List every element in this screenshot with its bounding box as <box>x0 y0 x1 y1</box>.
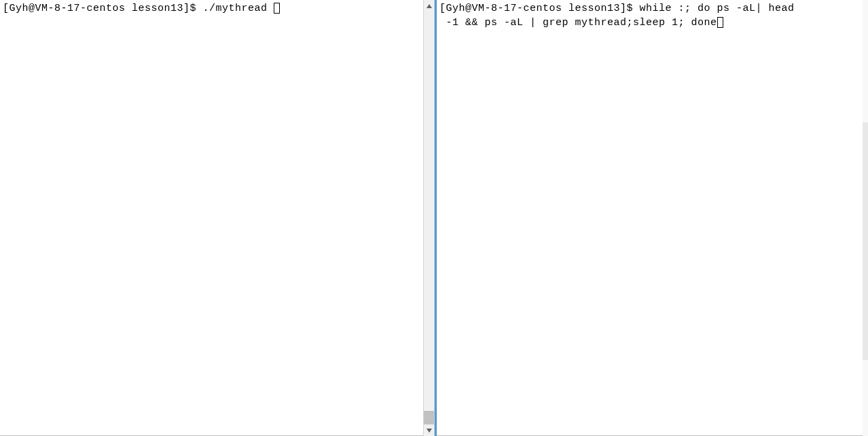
scrollbar-left-pane[interactable] <box>423 0 435 436</box>
cursor-right <box>717 17 723 28</box>
command-left: ./mythread <box>203 3 274 14</box>
terminal-pane-right[interactable]: [Gyh@VM-8-17-centos lesson13]$ while :; … <box>437 0 863 436</box>
scrollbar-right-pane[interactable] <box>863 0 868 436</box>
prompt-left: [Gyh@VM-8-17-centos lesson13]$ <box>3 3 203 14</box>
prompt-right: [Gyh@VM-8-17-centos lesson13]$ <box>439 3 640 14</box>
scroll-down-button[interactable] <box>424 424 434 436</box>
cursor-left <box>274 3 280 14</box>
chevron-up-icon <box>427 4 432 8</box>
scrollbar-thumb[interactable] <box>424 411 434 424</box>
terminal-pane-left[interactable]: [Gyh@VM-8-17-centos lesson13]$ ./mythrea… <box>0 0 423 436</box>
terminal-content-left[interactable]: [Gyh@VM-8-17-centos lesson13]$ ./mythrea… <box>0 0 423 17</box>
chevron-down-icon <box>427 429 432 433</box>
scroll-up-button[interactable] <box>424 0 434 12</box>
command-right-line1: while :; do ps -aL| head <box>640 3 795 14</box>
scrollbar-right-thumb[interactable] <box>863 122 868 360</box>
command-right-line2: -1 && ps -aL | grep mythread;sleep 1; do… <box>439 17 717 29</box>
terminal-content-right[interactable]: [Gyh@VM-8-17-centos lesson13]$ while :; … <box>437 0 863 31</box>
